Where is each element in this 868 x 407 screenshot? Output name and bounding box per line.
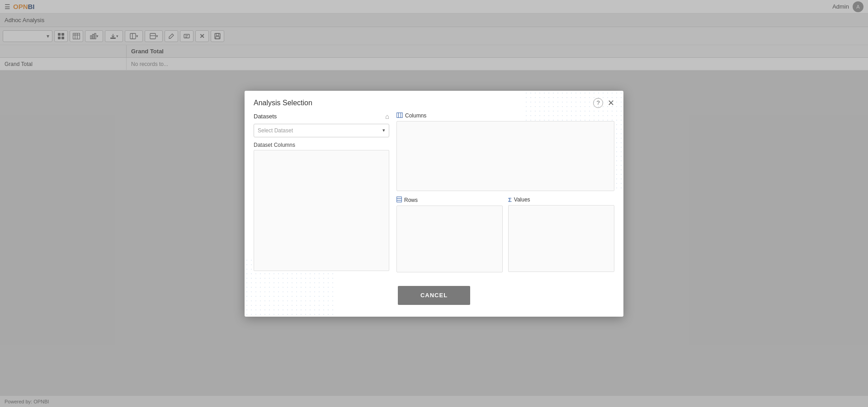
rows-box bbox=[396, 206, 503, 272]
rows-section: Rows bbox=[396, 196, 503, 272]
values-box bbox=[508, 205, 614, 272]
modal-header: Analysis Selection ? ✕ bbox=[245, 91, 623, 112]
left-panel-header: Datasets ⌂ bbox=[254, 112, 389, 120]
dataset-columns-box bbox=[254, 150, 389, 271]
modal-close-button[interactable]: ✕ bbox=[608, 99, 614, 107]
values-section-label: Σ Values bbox=[508, 196, 614, 203]
columns-section-label: Columns bbox=[396, 112, 614, 119]
right-panel: Columns Rows bbox=[396, 112, 614, 272]
dataset-select[interactable]: Select Dataset ▾ bbox=[254, 124, 389, 137]
cancel-button[interactable]: CANCEL bbox=[398, 286, 470, 305]
rows-section-label: Rows bbox=[396, 196, 503, 204]
bottom-sections: Rows Σ Values bbox=[396, 196, 614, 272]
modal-title: Analysis Selection bbox=[254, 99, 312, 107]
svg-rect-25 bbox=[397, 196, 402, 202]
modal-footer: CANCEL bbox=[245, 281, 623, 314]
values-label-text: Values bbox=[514, 196, 530, 203]
home-icon[interactable]: ⌂ bbox=[385, 112, 389, 120]
modal-dialog: Analysis Selection ? ✕ Datasets ⌂ Select… bbox=[245, 91, 623, 317]
columns-icon bbox=[396, 112, 403, 119]
left-panel: Datasets ⌂ Select Dataset ▾ Dataset Colu… bbox=[254, 112, 389, 272]
modal-help-button[interactable]: ? bbox=[593, 98, 603, 108]
dataset-select-placeholder: Select Dataset bbox=[258, 127, 293, 134]
columns-box bbox=[396, 121, 614, 191]
modal-header-actions: ? ✕ bbox=[593, 98, 614, 108]
modal-overlay: Analysis Selection ? ✕ Datasets ⌂ Select… bbox=[0, 0, 868, 407]
datasets-label: Datasets bbox=[254, 113, 277, 120]
values-section: Σ Values bbox=[508, 196, 614, 272]
columns-section: Columns bbox=[396, 112, 614, 191]
dataset-columns-label: Dataset Columns bbox=[254, 142, 389, 148]
rows-label-text: Rows bbox=[404, 197, 418, 203]
rows-icon bbox=[396, 196, 402, 204]
svg-rect-22 bbox=[397, 112, 403, 117]
values-icon: Σ bbox=[508, 196, 512, 203]
modal-body: Datasets ⌂ Select Dataset ▾ Dataset Colu… bbox=[245, 112, 623, 281]
dataset-select-arrow: ▾ bbox=[382, 127, 385, 133]
columns-label-text: Columns bbox=[405, 112, 426, 119]
